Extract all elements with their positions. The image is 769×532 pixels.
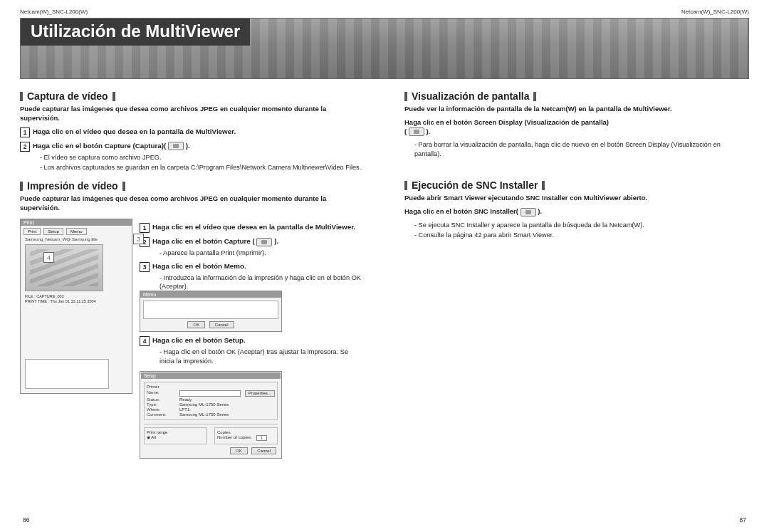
memo-title: Memo — [140, 291, 281, 298]
section-heading-captura: Captura de vídeo — [20, 90, 365, 102]
step-num-icon: 2 — [20, 142, 30, 152]
heading-bar-icon — [404, 92, 407, 101]
sub-text: - Los archivos capturados se guardan en … — [40, 163, 365, 172]
section-heading-snc: Ejecución de SNC Installer — [404, 179, 749, 191]
step-1: 1 Haga clic en el vídeo que desea en la … — [140, 223, 365, 233]
step-text-b: ). — [538, 207, 542, 215]
printer-select[interactable] — [179, 390, 241, 397]
heading-text: Impresión de vídeo — [27, 180, 118, 192]
copies-group: Copies Number of copies:1 — [214, 427, 278, 444]
file-line: FILE : CAPTURE_002 — [25, 294, 127, 299]
print-preview-image — [25, 244, 103, 291]
intro-text: Puede capturar las imágenes que desea co… — [20, 105, 365, 123]
page-number-right: 87 — [740, 516, 746, 523]
header-right: Netcam(W)_SNC-L200(W) — [681, 9, 749, 15]
running-header: Netcam(W)_SNC-L200(W) Netcam(W)_SNC-L200… — [20, 9, 749, 15]
step-2: 2 Haga clic en el botón Capture (Captura… — [20, 142, 365, 152]
setup-dialog-figure: Setup Printer Name: Properties... Status… — [140, 371, 282, 459]
heading-bar-icon — [113, 92, 115, 101]
comment-label: Comment: — [147, 412, 175, 417]
intro-text: Puede ver la información de pantalla de … — [404, 105, 749, 114]
sub-text: - El vídeo se captura como archivo JPEG. — [40, 153, 365, 162]
where-value: LPT1: — [179, 407, 191, 412]
step-3: 3 Haga clic en el botón Memo. — [140, 262, 365, 272]
step-num-icon: 1 — [140, 223, 150, 233]
comment-value: Samsung ML-1750 Series — [179, 412, 229, 417]
heading-bar-icon — [404, 181, 407, 190]
type-label: Type: — [147, 402, 175, 407]
step-num-icon: 3 — [140, 262, 150, 272]
step-num-icon: 1 — [20, 127, 30, 137]
tab-print[interactable]: Print — [23, 228, 41, 235]
memo-dialog-figure: Memo OK Cancel — [140, 291, 282, 332]
screen-display-button-icon — [409, 127, 424, 136]
tab-memo[interactable]: Memo — [66, 228, 87, 235]
cancel-button[interactable]: Cancel — [209, 321, 234, 328]
copies-label: Copies — [217, 430, 275, 434]
name-label: Name: — [147, 390, 175, 397]
group-label: Printer — [147, 385, 275, 389]
banner-title: Utilización de MultiViewer — [21, 19, 250, 46]
radio-all[interactable]: All — [147, 434, 204, 439]
properties-button[interactable]: Properties... — [245, 390, 275, 397]
ok-button[interactable]: OK — [230, 447, 248, 454]
status-value: Ready — [179, 397, 192, 402]
capture-button-icon — [168, 142, 184, 150]
heading-bar-icon — [20, 182, 23, 191]
intro-text: Puede capturar las imágenes que desea co… — [20, 194, 365, 213]
callout-3: 3 — [133, 234, 144, 244]
step-text: Haga clic en el vídeo que desea en la pa… — [152, 223, 355, 231]
print-dialog-tabs: Print Setup Memo — [21, 226, 132, 237]
num-value[interactable]: 1 — [256, 435, 267, 441]
step-text-b: ( — [404, 127, 407, 135]
heading-bar-icon — [122, 182, 125, 191]
type-value: Samsung ML-1750 Series — [179, 402, 229, 407]
tab-setup[interactable]: Setup — [43, 228, 63, 235]
section-heading-impresion: Impresión de vídeo — [20, 180, 365, 192]
step-text: Haga clic en el botón Capture ( ). — [152, 237, 278, 246]
status-label: Status: — [147, 397, 175, 402]
step-text: Haga clic en el botón Screen Display (Vi… — [404, 118, 749, 137]
heading-text: Captura de vídeo — [27, 90, 108, 102]
step-text-b: ). — [186, 142, 190, 150]
step-num-icon: 4 — [140, 336, 150, 346]
ok-button[interactable]: OK — [187, 321, 205, 328]
step-text-a: Haga clic en el botón Capture ( — [152, 237, 255, 245]
heading-text: Visualización de pantalla — [412, 90, 529, 102]
banner: Utilización de MultiViewer — [20, 18, 749, 79]
cancel-button[interactable]: Cancel — [251, 447, 276, 454]
print-dialog-figure: Print Print Setup Memo 3 4 Samsung_Netca… — [20, 219, 132, 394]
capture-button-icon — [256, 238, 272, 246]
page-number-left: 86 — [23, 516, 29, 523]
intro-text: Puede abrir Smart Viewer ejecutando SNC … — [404, 194, 749, 203]
step-text-a: Haga clic en el botón Screen Display (Vi… — [404, 118, 609, 126]
print-range-group: Print range All — [144, 427, 207, 444]
sub-text: - Haga clic en el botón OK (Aceptar) tra… — [159, 348, 365, 365]
right-column: Visualización de pantalla Puede ver la i… — [404, 90, 749, 459]
heading-bar-icon — [533, 92, 536, 101]
print-dialog-title: Print — [21, 219, 132, 226]
time-line: PRINT TIME : Thu Jan 01 10:11:25 2004 — [25, 299, 127, 304]
snc-installer-button-icon — [520, 208, 536, 217]
step-2: 2 Haga clic en el botón Capture ( ). — [140, 237, 365, 247]
print-steps: 1 Haga clic en el vídeo que desea en la … — [140, 219, 365, 459]
heading-bar-icon — [20, 92, 23, 101]
step-text: Haga clic en el botón Memo. — [152, 262, 246, 270]
step-text: Haga clic en el botón Setup. — [152, 336, 246, 344]
print-meta: Samsung_Netcam_W@ Samsung Ele — [21, 237, 132, 241]
memo-textarea[interactable] — [143, 301, 278, 319]
section-heading-visualizacion: Visualización de pantalla — [404, 90, 749, 102]
step-text-b: ). — [274, 237, 278, 245]
step-text-a: Haga clic en el botón Capture (Captura)( — [33, 142, 166, 150]
step-text-a: Haga clic en el botón SNC Installer( — [404, 207, 518, 215]
left-column: Captura de vídeo Puede capturar las imág… — [20, 90, 365, 459]
sub-text: - Para borrar la visualización de pantal… — [414, 140, 749, 158]
print-file-info: FILE : CAPTURE_002 PRINT TIME : Thu Jan … — [21, 294, 132, 304]
where-label: Where: — [147, 407, 175, 412]
step-text-c: ). — [426, 127, 430, 135]
heading-text: Ejecución de SNC Installer — [412, 179, 538, 191]
step-4: 4 Haga clic en el botón Setup. — [140, 336, 365, 346]
sub-text: - Aparece la pantalla Print (Imprimir). — [159, 249, 365, 257]
step-text: Haga clic en el botón Capture (Captura)(… — [33, 142, 190, 150]
setup-title: Setup — [141, 372, 281, 379]
